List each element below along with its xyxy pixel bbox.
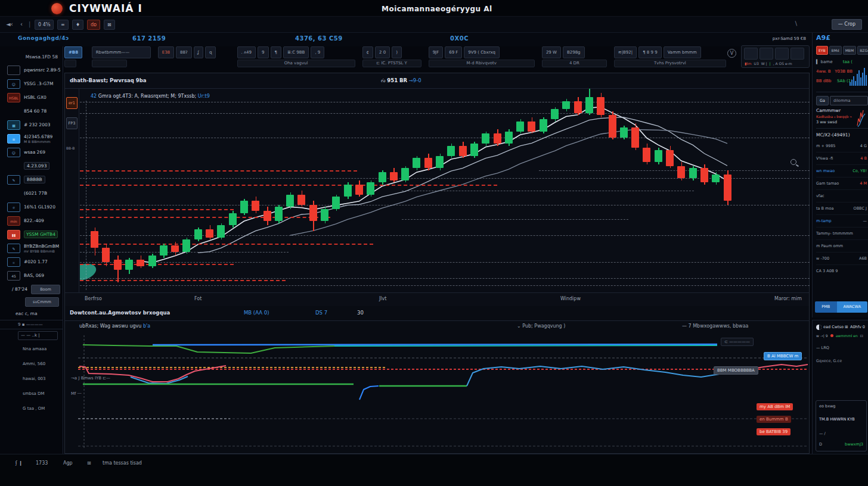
toolbar-button[interactable]: , 9 <box>311 46 324 58</box>
chart-thumbnail[interactable] <box>760 48 773 60</box>
ticker-price-2: 4376, 63 C59 <box>295 35 343 42</box>
order-tab[interactable]: dilemma <box>830 96 868 105</box>
toolbar-button[interactable]: ɋ <box>205 46 216 58</box>
watchlist-item[interactable]: ✎BYBZBnBGmBMmr BYBB BBmmB <box>0 241 63 255</box>
toolbar-button[interactable]: ¶ 8 9 9 <box>638 46 662 58</box>
nav-button[interactable]: ♦ <box>72 20 83 30</box>
toolbar-button[interactable]: ʆ <box>194 46 203 58</box>
toolbar-button[interactable]: 2 0 <box>375 46 390 58</box>
toolbar-button[interactable]: ¢ <box>362 46 373 58</box>
volume-bars <box>850 68 867 86</box>
chart-tool-chip[interactable]: er1 <box>66 97 78 109</box>
market-button[interactable]: EYB <box>816 46 828 55</box>
news-card[interactable]: eo bxwg TM.B HWWRN KYB — / D bwwxmJ3 <box>816 400 867 451</box>
news-card-icon: D <box>819 442 822 447</box>
chart-tool-chip[interactable]: FP3 <box>66 117 78 129</box>
back-arrows-icon[interactable]: ◄‹ <box>6 20 13 29</box>
watchlist-item[interactable]: ▦# 232 2003 <box>0 118 63 132</box>
order-tab[interactable]: Ga <box>816 96 829 105</box>
watchlist-item[interactable]: ▮▮YSSM GHTB4 <box>0 228 63 241</box>
magnifier-icon[interactable] <box>790 159 796 165</box>
indicator-param-1[interactable]: MB (AA 0) <box>244 310 269 316</box>
nav-button[interactable]: ⊠ <box>104 20 115 30</box>
toolbar-button[interactable]: 88ʔ <box>176 46 191 58</box>
chart-thumbnail[interactable] <box>790 48 804 60</box>
toolbar-button[interactable]: 69 F <box>445 46 462 58</box>
chart-thumbnail[interactable] <box>744 48 758 60</box>
market-button[interactable]: BMd <box>829 46 842 55</box>
watchlist-item[interactable]: HSBLHSBL GX0 <box>0 91 63 104</box>
draw-tool-icon[interactable]: ∖ <box>794 20 798 27</box>
grid-line <box>80 252 289 253</box>
market-button[interactable]: MBM <box>843 46 856 55</box>
news-toolbar-icon[interactable]: ⊸| <box>820 334 826 338</box>
indicator-param-2[interactable]: DS 7 <box>315 310 327 316</box>
news-card-link[interactable]: bwwxmJ3 <box>845 442 863 447</box>
alert-chip[interactable]: my AB dBm IM <box>757 403 793 410</box>
toolbar-button[interactable]: Vamm bmmm <box>664 46 701 58</box>
x-axis-label: Windipw <box>560 296 581 301</box>
toolbar-button[interactable]: #B8 <box>64 46 82 58</box>
thumbnail-caption: U3 <box>754 61 759 66</box>
watchlist-item[interactable]: (6021 77B <box>0 186 63 200</box>
lrq-dropdown[interactable]: — LRQ <box>816 345 867 350</box>
split-left-button[interactable]: PMB <box>815 301 837 313</box>
toolbar-button[interactable]: 9 <box>258 46 268 58</box>
split-right-button[interactable]: AWACWA <box>837 301 867 313</box>
watchlist-item[interactable]: pqwsnsrc 2.89-5 <box>0 63 63 77</box>
watchlist-item[interactable]: ☺YSSG .3-G7M <box>0 77 63 91</box>
nav-button[interactable]: 0 4⅝ <box>35 20 54 30</box>
watchlist-item[interactable]: ☺wsaa 269 <box>0 145 63 159</box>
alert-chip[interactable]: en Bummm B <box>757 416 791 423</box>
news-toolbar-icon[interactable]: 9 <box>826 334 828 338</box>
toolbar-button[interactable]: B298g <box>563 46 585 58</box>
watchlist-item[interactable]: 854 60 78 <box>0 104 63 118</box>
badge-icon[interactable]: V <box>727 49 736 58</box>
watchlist-item[interactable]: min822.-409 <box>0 214 63 228</box>
watchlist-item[interactable]: ⌗#020 1.77 <box>0 255 63 269</box>
watchlist-item[interactable]: 45BAS, 069 <box>0 269 63 282</box>
toolbar-button[interactable]: ≣:C 9BB <box>283 46 309 58</box>
window-title: Moicamannaeogéryygu Al <box>382 5 492 13</box>
toolbar-button[interactable]: ¶ <box>271 46 281 58</box>
thumbnail-strip[interactable] <box>742 46 809 61</box>
watchlist-item[interactable]: ✎BBBBB <box>0 173 63 186</box>
chart-header-values: ᔔ 951 BR ⊸9-0 <box>381 77 421 83</box>
chart-thumbnail[interactable] <box>775 48 789 60</box>
crop-button[interactable]: — Crop <box>832 19 862 30</box>
indicator-grey-chip[interactable]: BBM MBOBBBBBA <box>714 366 758 375</box>
candle <box>470 144 478 156</box>
toolbar-button[interactable]: ) <box>392 46 402 58</box>
sidebar-button[interactable]: Boom <box>31 285 60 294</box>
person-icon: ☺ <box>7 79 20 89</box>
indicator-mid-label[interactable]: ⌄ Pub; Pwagqvung ) <box>517 323 565 329</box>
toolbar-button[interactable]: 9JF <box>429 46 444 58</box>
market-button[interactable]: BZGd <box>857 46 868 55</box>
candle <box>286 195 294 207</box>
candle <box>252 201 259 211</box>
watchlist-item[interactable]: ≡4)2345.6789M B BBmmmm <box>0 132 63 145</box>
sidebar-dropdown[interactable]: — — ..k | <box>18 331 58 340</box>
news-icons[interactable]: w ⊸| 9 <box>816 334 828 338</box>
alert-chip[interactable]: be BATBIB 39 <box>757 428 790 435</box>
box-icon[interactable]: ⊡ <box>860 334 863 338</box>
sidebar-icon-row[interactable]: 9 ▪ ———— <box>0 320 63 329</box>
nav-button[interactable]: ≡ <box>57 20 69 30</box>
sidebar-button[interactable]: svCmmm <box>25 297 59 307</box>
toolbar-button[interactable]: 29 W <box>542 46 561 58</box>
toolbar-button[interactable]: Rbwtbmmm—— <box>92 46 151 58</box>
toolbar-button[interactable]: . ʌ49 <box>237 46 256 58</box>
candlestick-chart[interactable]: 42 Gmra ogt.4T3: A, Rwasrqxmt; M; 9Txssb… <box>80 89 810 292</box>
watchlist-item[interactable]: ☼16%1 GL1920 <box>0 200 63 214</box>
toolbar-button[interactable]: ≋|B92| <box>614 46 637 58</box>
toolbar-sub-box <box>64 60 76 67</box>
toolbar-button[interactable]: 9V9 ( Cbxrxq <box>464 46 500 58</box>
watchlist-item[interactable]: 4.23.093 <box>0 159 63 173</box>
toolbar-button[interactable]: E38 <box>158 46 174 58</box>
indicator-blue-button[interactable]: B Al MBBCW m <box>764 352 802 360</box>
nav-button[interactable]: dɒ <box>87 20 100 30</box>
back-icon[interactable]: ‹ <box>20 20 23 29</box>
news-toolbar-icon[interactable]: w <box>816 334 820 338</box>
status-item: 1733 <box>36 460 48 466</box>
scale-chip[interactable]: ⊂ ————— <box>721 338 754 346</box>
